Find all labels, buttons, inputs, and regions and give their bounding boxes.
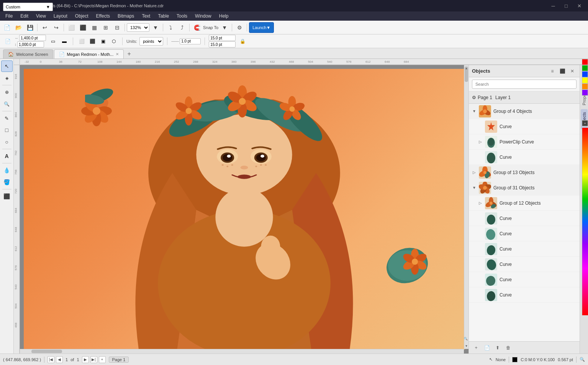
page-btn-3[interactable]: ▣ <box>98 37 108 46</box>
add-object-btn[interactable]: + <box>472 344 480 352</box>
objects-tab[interactable]: Objects <box>581 109 588 129</box>
scroll-down-btn[interactable]: ▼ <box>464 343 468 349</box>
drawing-tab-close[interactable]: ✕ <box>116 52 119 56</box>
menu-bitmaps[interactable]: Bitmaps <box>114 13 138 20</box>
portrait-btn[interactable]: ▭ <box>48 37 57 46</box>
panel-menu-btn[interactable]: ≡ <box>548 67 557 75</box>
page-prev-btn[interactable]: ◀ <box>56 356 63 363</box>
view-mode4-button[interactable]: ⊞ <box>100 22 111 33</box>
view-mode3-button[interactable]: ▦ <box>89 22 100 33</box>
move-up-btn[interactable]: ⬆ <box>493 344 502 352</box>
text-tool[interactable]: A <box>1 150 13 162</box>
delete-obj-btn[interactable]: 🗑 <box>504 344 513 352</box>
list-item[interactable]: ▼ Group of 4 Objects <box>469 104 580 119</box>
canvas-scrollbar-v[interactable]: ▼ ▲ 🔍 <box>464 65 468 349</box>
color-swatch-purple[interactable] <box>582 90 588 96</box>
page-last-btn[interactable]: ▶| <box>90 356 97 363</box>
outline-width-input[interactable] <box>180 38 201 44</box>
list-item[interactable]: ▷ Curve <box>469 241 580 257</box>
view-mode5-button[interactable]: ⊟ <box>112 22 123 33</box>
menu-table[interactable]: Table <box>154 13 173 20</box>
color-swatch-blue[interactable] <box>582 71 588 77</box>
list-item[interactable]: ▷ Group of 13 Objects <box>469 165 580 180</box>
node-tool[interactable]: ◈ <box>1 72 13 84</box>
menu-help[interactable]: Help <box>215 13 233 20</box>
units-select[interactable]: points inches mm cm pixels <box>139 37 163 46</box>
panel-expand-btn[interactable]: ⬛ <box>558 67 567 75</box>
scrollbar-thumb-h[interactable] <box>31 350 62 353</box>
snap-dropdown[interactable]: ▼ <box>219 22 230 33</box>
landscape-btn[interactable]: ▬ <box>60 37 69 46</box>
lock-ratio-btn[interactable]: 🔒 <box>238 37 247 46</box>
freehand-tool[interactable]: ✎ <box>1 112 13 124</box>
menu-object[interactable]: Object <box>71 13 92 20</box>
tab-drawing[interactable]: 📄 Megan Redmon - Moth... ✕ <box>54 49 124 59</box>
page-preset-dropdown[interactable]: Custom ▼ <box>3 3 53 11</box>
close-button[interactable]: ✕ <box>573 2 585 10</box>
list-item[interactable]: ▷ Curve <box>469 119 580 134</box>
page-item[interactable]: ⚙ Page 1 <box>472 95 492 100</box>
zoom-tool[interactable]: 🔍 <box>1 98 13 110</box>
ellipse-tool[interactable]: ○ <box>1 136 13 148</box>
layer-item[interactable]: Layer 1 <box>495 95 511 100</box>
list-item[interactable]: ▷ Curve <box>469 226 580 241</box>
list-item[interactable]: ▷ PowerClip Curve <box>469 134 580 150</box>
color-swatch-yellow[interactable] <box>582 77 588 83</box>
selector-tool[interactable]: ↖ <box>1 60 13 72</box>
transform-tool[interactable]: ⊕ <box>1 86 13 98</box>
eyedropper-tool[interactable]: 💧 <box>1 165 13 176</box>
scroll-up-btn[interactable]: ▲ <box>464 65 468 71</box>
page-tab[interactable]: Page 1 <box>109 357 129 363</box>
w-value-input[interactable] <box>209 35 236 41</box>
list-item[interactable]: ▷ Curve <box>469 257 580 272</box>
export-button[interactable]: ⤴ <box>177 22 187 33</box>
canvas-area[interactable]: ▼ ▲ 🔍 <box>20 65 468 354</box>
list-item[interactable]: ▷ Curve <box>469 150 580 165</box>
menu-window[interactable]: Window <box>191 13 215 20</box>
new-button[interactable]: 📄 <box>2 22 12 33</box>
minimize-button[interactable]: ─ <box>547 2 559 10</box>
launch-button[interactable]: Launch ▼ <box>249 22 274 33</box>
tab-welcome[interactable]: 🏠 Welcome Screen <box>3 49 53 59</box>
zoom-dropdown[interactable]: 132% 100% 75% 50% <box>127 23 149 32</box>
canvas-scrollbar-h[interactable] <box>20 349 464 354</box>
page-btn-1[interactable]: ⬜ <box>77 37 86 46</box>
add-page-btn[interactable]: + <box>99 356 106 363</box>
color-palette-strip[interactable] <box>582 128 588 315</box>
list-item[interactable]: ▷ Curve <box>469 211 580 226</box>
rect-tool[interactable]: □ <box>1 124 13 136</box>
page-size-icon[interactable]: 📄 <box>3 37 12 46</box>
open-button[interactable]: 📂 <box>13 22 24 33</box>
maximize-button[interactable]: □ <box>560 2 572 10</box>
menu-tools[interactable]: Tools <box>173 13 191 20</box>
pattern-tool[interactable]: ⬛ <box>1 191 13 202</box>
page-next-btn[interactable]: ▶ <box>82 356 89 363</box>
page-btn-2[interactable]: ⬛ <box>88 37 97 46</box>
snap-btn[interactable]: 🧲 <box>192 22 202 33</box>
panel-close-btn[interactable]: ✕ <box>568 67 577 75</box>
page-btn-4[interactable]: ⬡ <box>109 37 118 46</box>
view-mode2-button[interactable]: ⬛ <box>77 22 88 33</box>
save-button[interactable]: 💾 <box>25 22 35 33</box>
zoom-icon-small[interactable]: 🔍 <box>463 336 468 341</box>
menu-text[interactable]: Text <box>138 13 154 20</box>
list-item[interactable]: ▷ Group of 12 Objects <box>469 196 580 211</box>
height-input[interactable] <box>17 41 44 47</box>
menu-layout[interactable]: Layout <box>50 13 71 20</box>
list-item[interactable]: ▷ Curve <box>469 287 580 303</box>
menu-effects[interactable]: Effects <box>92 13 114 20</box>
list-item[interactable]: ▷ Curve <box>469 272 580 287</box>
import-button[interactable]: ⤵ <box>165 22 176 33</box>
redo-button[interactable]: ↪ <box>51 22 62 33</box>
color-swatch-orange[interactable] <box>582 83 588 90</box>
page-first-btn[interactable]: |◀ <box>47 356 54 363</box>
drawing-canvas[interactable] <box>24 69 465 350</box>
search-input[interactable] <box>472 80 577 89</box>
current-fill-swatch[interactable] <box>512 357 518 362</box>
add-color-btn[interactable]: + <box>582 120 588 126</box>
color-swatch-green[interactable] <box>582 65 588 71</box>
zoom-dropdown-btn[interactable]: ▼ <box>150 22 161 33</box>
new-layer-btn[interactable]: 📄 <box>483 344 491 352</box>
add-tab-button[interactable]: + <box>124 49 134 59</box>
list-item[interactable]: ▼ Group of 31 Objects <box>469 180 580 196</box>
